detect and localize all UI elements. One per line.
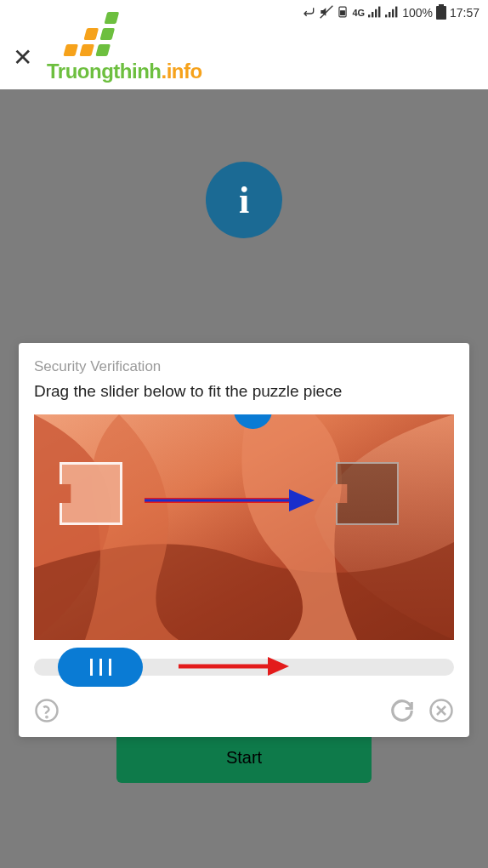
captcha-modal: Security Verification Drag the slider be… <box>19 343 469 737</box>
cancel-icon[interactable] <box>428 698 454 723</box>
svg-rect-8 <box>389 12 390 17</box>
svg-rect-6 <box>378 6 380 17</box>
signal-bars-icon <box>368 6 382 20</box>
battery-percent: 100% <box>402 6 433 20</box>
instruction-arrow-icon <box>145 488 315 513</box>
svg-rect-5 <box>375 9 377 17</box>
svg-point-20 <box>46 717 47 717</box>
recycle-icon <box>303 5 316 21</box>
close-icon[interactable]: ✕ <box>13 43 32 71</box>
captcha-footer <box>34 698 454 723</box>
info-icon: i <box>206 162 282 238</box>
captcha-title: Security Verification <box>34 358 454 375</box>
network-type: 4G <box>352 8 365 18</box>
svg-rect-4 <box>372 12 373 17</box>
modal-backdrop: i Start Security Verification Drag the s… <box>0 89 488 868</box>
svg-rect-10 <box>395 6 397 17</box>
refresh-icon[interactable] <box>389 698 415 723</box>
help-icon[interactable] <box>34 698 60 723</box>
start-button-label: Start <box>226 748 262 768</box>
logo-text-2: .info <box>161 60 201 83</box>
svg-rect-11 <box>439 4 444 6</box>
logo-text-1: Truongthinh <box>47 60 161 83</box>
captcha-image <box>34 414 454 640</box>
svg-rect-2 <box>341 10 345 14</box>
svg-rect-3 <box>368 14 370 17</box>
svg-rect-9 <box>392 9 394 17</box>
slider-arrow-icon <box>179 654 289 679</box>
clock-time: 17:57 <box>450 6 479 20</box>
battery-icon <box>436 4 446 22</box>
top-bar: ✕ Truongthinh.info <box>0 26 488 89</box>
sim-icon <box>337 5 349 21</box>
mute-icon <box>320 5 333 21</box>
logo: Truongthinh.info <box>47 12 202 83</box>
svg-rect-12 <box>436 6 446 20</box>
slider-handle[interactable] <box>58 648 143 687</box>
start-button[interactable]: Start <box>116 732 372 783</box>
svg-marker-18 <box>268 657 289 676</box>
svg-marker-15 <box>289 489 315 511</box>
svg-rect-7 <box>385 14 387 17</box>
signal-bars-2-icon <box>385 6 399 20</box>
slider-track[interactable] <box>34 659 454 676</box>
captcha-instruction: Drag the slider below to fit the puzzle … <box>34 382 454 401</box>
